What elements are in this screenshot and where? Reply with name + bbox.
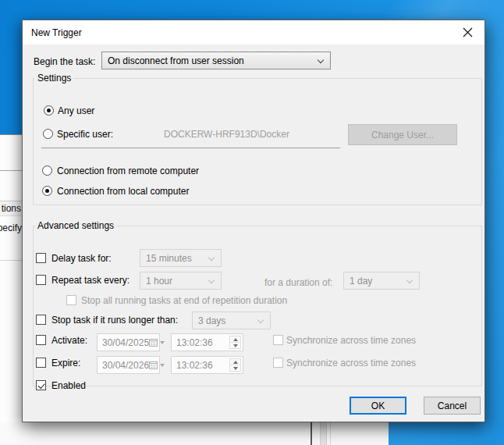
- any-user-radio[interactable]: [44, 105, 54, 116]
- expire-time-field: 13:02:36: [171, 356, 243, 374]
- ok-button[interactable]: OK: [350, 397, 406, 415]
- local-connection-label: Connection from local computer: [57, 186, 189, 197]
- settings-group: Settings Any user Specific user: DOCKERW…: [33, 73, 482, 205]
- spinner-up-icon: [233, 338, 238, 341]
- expire-sync-label: Synchronize across time zones: [286, 358, 416, 368]
- activate-time-field: 13:02:36: [171, 333, 243, 351]
- desktop-background: tions pecify New Trigger Begin the task:…: [0, 0, 504, 445]
- stop-task-combobox: 3 days: [192, 312, 271, 329]
- chevron-down-icon: [318, 57, 324, 63]
- stop-all-tasks-label: Stop all running tasks at end of repetit…: [81, 295, 287, 306]
- cancel-button[interactable]: Cancel: [424, 397, 481, 415]
- delay-task-value: 15 minutes: [146, 253, 192, 264]
- close-button[interactable]: [455, 22, 480, 43]
- activate-checkbox[interactable]: [36, 335, 46, 345]
- expire-date-field: 30/04/2026: [97, 356, 160, 374]
- duration-combobox: 1 day: [343, 272, 420, 290]
- calendar-icon: [149, 339, 158, 347]
- repeat-task-value: 1 hour: [146, 276, 172, 287]
- calendar-icon: [149, 361, 158, 369]
- duration-value: 1 day: [350, 276, 372, 287]
- stop-task-label: Stop task if it runs longer than:: [51, 315, 178, 326]
- specific-user-radio[interactable]: [43, 129, 53, 139]
- remote-connection-radio[interactable]: [42, 166, 52, 176]
- time-spinner: [229, 336, 241, 349]
- fragment-scrollbar: [320, 422, 327, 445]
- dialog-titlebar: New Trigger: [23, 20, 484, 44]
- background-window-fragment-bottom: [0, 422, 389, 445]
- specific-user-label: Specific user:: [57, 129, 113, 140]
- stop-all-tasks-checkbox: [66, 295, 76, 305]
- any-user-label: Any user: [58, 105, 94, 116]
- activate-time-value: 13:02:36: [176, 337, 213, 348]
- fragment-window-edge: [311, 422, 312, 445]
- activate-sync-label: Synchronize across time zones: [286, 335, 416, 346]
- chevron-down-icon: [257, 317, 264, 323]
- close-icon: [463, 27, 473, 37]
- delay-task-combobox: 15 minutes: [140, 249, 222, 267]
- advanced-settings-group-label: Advanced settings: [35, 220, 116, 231]
- spinner-down-icon: [233, 344, 238, 347]
- enabled-checkbox[interactable]: [36, 380, 46, 390]
- activate-label: Activate:: [51, 335, 87, 346]
- repeat-task-combobox: 1 hour: [140, 272, 222, 290]
- chevron-down-icon: [160, 364, 165, 367]
- fragment-text-specify: pecify: [0, 221, 22, 235]
- expire-date-value: 30/04/2026: [102, 360, 149, 371]
- specific-user-underline: [41, 148, 340, 148]
- chevron-down-icon: [208, 255, 215, 261]
- fragment-text-actions: tions: [2, 203, 21, 214]
- spinner-down-icon: [233, 367, 238, 370]
- expire-label: Expire:: [51, 358, 80, 368]
- enabled-label: Enabled: [51, 380, 86, 391]
- duration-label: for a duration of:: [264, 277, 332, 288]
- begin-task-label: Begin the task:: [34, 56, 95, 67]
- settings-group-label: Settings: [35, 73, 73, 84]
- expire-sync-checkbox: [273, 358, 283, 368]
- change-user-button: Change User...: [348, 124, 457, 145]
- repeat-task-label: Repeat task every:: [51, 275, 130, 286]
- fragment-tab-strip: tions: [0, 201, 22, 216]
- spinner-up-icon: [233, 361, 238, 364]
- specific-user-value: DOCKERW-HRF913D\Docker: [164, 129, 289, 140]
- background-window-fragment-left: tions pecify: [0, 134, 22, 422]
- chevron-down-icon: [208, 277, 215, 283]
- chevron-down-icon: [160, 341, 165, 344]
- new-trigger-dialog: New Trigger Begin the task: On disconnec…: [22, 20, 485, 422]
- repeat-task-checkbox[interactable]: [36, 275, 46, 285]
- dialog-title: New Trigger: [31, 27, 82, 38]
- remote-connection-label: Connection from remote computer: [57, 166, 199, 176]
- fragment-divider: [0, 260, 22, 261]
- stop-task-value: 3 days: [198, 315, 225, 326]
- delay-task-checkbox[interactable]: [36, 253, 46, 263]
- delay-task-label: Delay task for:: [51, 253, 112, 264]
- chevron-down-icon: [406, 277, 413, 283]
- expire-checkbox[interactable]: [36, 358, 46, 368]
- advanced-settings-group: Advanced settings Delay task for: 15 min…: [33, 220, 482, 386]
- stop-task-checkbox[interactable]: [36, 315, 46, 325]
- begin-task-value: On disconnect from user session: [108, 55, 244, 66]
- fragment-divider: [0, 170, 22, 171]
- time-spinner: [229, 358, 241, 372]
- begin-task-combobox[interactable]: On disconnect from user session: [101, 52, 331, 69]
- activate-date-field: 30/04/2025: [97, 333, 160, 351]
- activate-sync-checkbox: [273, 335, 283, 345]
- activate-date-value: 30/04/2025: [102, 337, 149, 348]
- expire-time-value: 13:02:36: [176, 360, 213, 371]
- local-connection-radio[interactable]: [42, 186, 52, 196]
- fragment-window-edge: [330, 422, 331, 445]
